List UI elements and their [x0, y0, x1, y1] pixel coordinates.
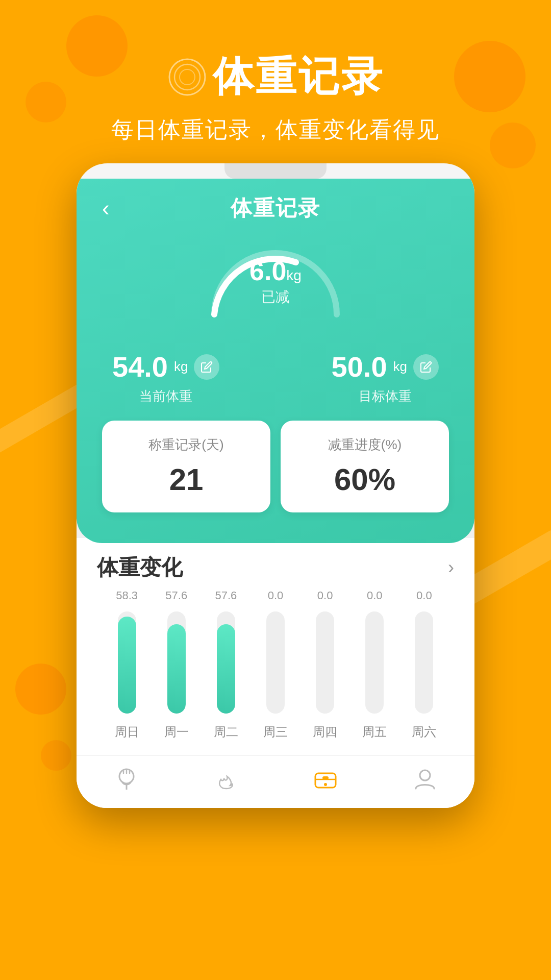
- bar-col-0: 58.3 周日: [102, 589, 152, 740]
- bar-col-1: 57.6 周一: [152, 589, 201, 740]
- nav-item-exercise[interactable]: [213, 766, 239, 793]
- edit-target-weight-button[interactable]: [413, 354, 439, 380]
- top-section: ‹ 体重记录 6.0kg 已减: [77, 179, 474, 543]
- profile-icon: [412, 766, 438, 793]
- bar-wrapper-2: [217, 611, 235, 714]
- bar-chart: 58.3 周日 57.6 周一 57.6: [97, 597, 454, 740]
- nav-bar: ‹ 体重记录: [102, 194, 449, 223]
- target-weight-label: 目标体重: [359, 387, 412, 405]
- nav-item-food[interactable]: [113, 766, 140, 793]
- bar-label-6: 0.0: [416, 589, 432, 602]
- pencil-icon-2: [420, 361, 432, 373]
- gauge-label: 已减: [249, 287, 302, 307]
- current-weight-stat: 54.0kg 当前体重: [112, 350, 219, 405]
- svg-rect-10: [322, 776, 329, 779]
- app-content: ‹ 体重记录 6.0kg 已减: [77, 179, 474, 808]
- bar-wrapper-0: [118, 611, 136, 714]
- chart-arrow[interactable]: ›: [448, 557, 454, 578]
- stat-card-days: 称重记录(天) 21: [102, 421, 270, 512]
- bg-decoration-6: [41, 740, 71, 771]
- flame-icon: [213, 766, 239, 793]
- gauge-value: 6.0: [249, 256, 286, 286]
- pencil-icon: [201, 361, 213, 373]
- bar-day-3: 周三: [263, 724, 288, 740]
- edit-current-weight-button[interactable]: [194, 354, 219, 380]
- gauge-center-text: 6.0kg 已减: [249, 256, 302, 307]
- bar-label-4: 0.0: [317, 589, 333, 602]
- target-weight-unit: kg: [393, 359, 407, 375]
- bar-col-4: 0.0 周四: [300, 589, 350, 740]
- bar-day-1: 周一: [164, 724, 189, 740]
- bar-fill-1: [167, 624, 186, 714]
- stat-progress-label: 减重进度(%): [291, 436, 439, 454]
- bar-wrapper-4: [316, 611, 334, 714]
- gauge-container: 6.0kg 已减: [102, 233, 449, 335]
- target-weight-value: 50.0: [332, 350, 387, 383]
- bottom-nav: [77, 755, 474, 808]
- phone-mockup: ‹ 体重记录 6.0kg 已减: [77, 163, 474, 808]
- stat-days-value: 21: [169, 462, 204, 497]
- page-title: 体重记录: [231, 194, 320, 223]
- bar-fill-2: [217, 624, 235, 714]
- bar-col-6: 0.0 周六: [399, 589, 449, 740]
- current-weight-unit: kg: [174, 359, 188, 375]
- nav-item-scale[interactable]: [312, 766, 339, 793]
- phone-notch: [224, 163, 327, 179]
- stat-progress-value: 60%: [334, 462, 395, 497]
- bar-col-2: 57.6 周二: [201, 589, 251, 740]
- header-icon-row: 体重记录: [167, 50, 384, 105]
- svg-point-2: [180, 69, 195, 85]
- header-title: 体重记录: [213, 50, 384, 105]
- target-weight-row: 50.0kg: [332, 350, 439, 383]
- scale-icon: [312, 766, 339, 793]
- gauge-unit: kg: [286, 267, 302, 283]
- stats-cards: 称重记录(天) 21 减重进度(%) 60%: [102, 421, 449, 518]
- back-button[interactable]: ‹: [102, 195, 110, 221]
- bar-label-5: 0.0: [367, 589, 383, 602]
- bar-day-0: 周日: [115, 724, 139, 740]
- bar-fill-0: [118, 617, 136, 714]
- bar-label-0: 58.3: [116, 589, 138, 602]
- bar-day-6: 周六: [412, 724, 436, 740]
- bar-label-1: 57.6: [165, 589, 187, 602]
- bar-col-3: 0.0 周三: [251, 589, 300, 740]
- svg-point-1: [174, 64, 200, 90]
- stat-card-progress: 减重进度(%) 60%: [281, 421, 449, 512]
- bar-label-2: 57.6: [215, 589, 237, 602]
- bar-day-5: 周五: [362, 724, 387, 740]
- spiral-icon: [167, 57, 208, 97]
- bar-wrapper-5: [365, 611, 384, 714]
- bar-wrapper-3: [266, 611, 285, 714]
- bar-wrapper-6: [415, 611, 433, 714]
- weight-stats: 54.0kg 当前体重 50.0kg: [102, 350, 449, 405]
- nav-item-profile[interactable]: [412, 766, 438, 793]
- bottom-section: 体重变化 › 58.3 周日 57.6: [77, 538, 474, 755]
- bar-day-4: 周四: [313, 724, 337, 740]
- bg-decoration-5: [15, 664, 66, 715]
- current-weight-value: 54.0: [112, 350, 168, 383]
- target-weight-stat: 50.0kg 目标体重: [332, 350, 439, 405]
- current-weight-row: 54.0kg: [112, 350, 219, 383]
- stat-days-label: 称重记录(天): [112, 436, 260, 454]
- food-icon: [113, 766, 140, 793]
- svg-point-12: [420, 770, 430, 780]
- bar-wrapper-1: [167, 611, 186, 714]
- bar-col-5: 0.0 周五: [350, 589, 399, 740]
- bar-day-2: 周二: [214, 724, 238, 740]
- chart-section-header: 体重变化 ›: [97, 553, 454, 582]
- bar-label-3: 0.0: [268, 589, 284, 602]
- header-subtitle: 每日体重记录，体重变化看得见: [111, 115, 440, 145]
- current-weight-label: 当前体重: [139, 387, 192, 405]
- svg-point-11: [324, 783, 327, 786]
- chart-title: 体重变化: [97, 553, 183, 582]
